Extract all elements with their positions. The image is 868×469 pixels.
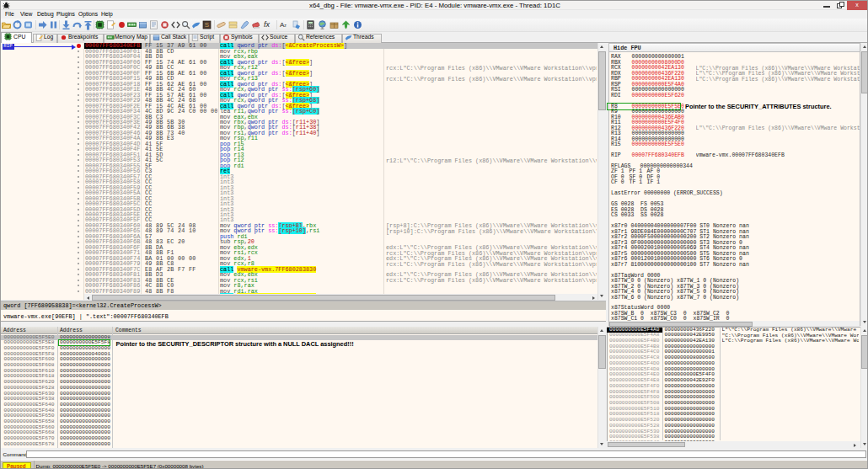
svg-text:S: S	[205, 21, 209, 29]
